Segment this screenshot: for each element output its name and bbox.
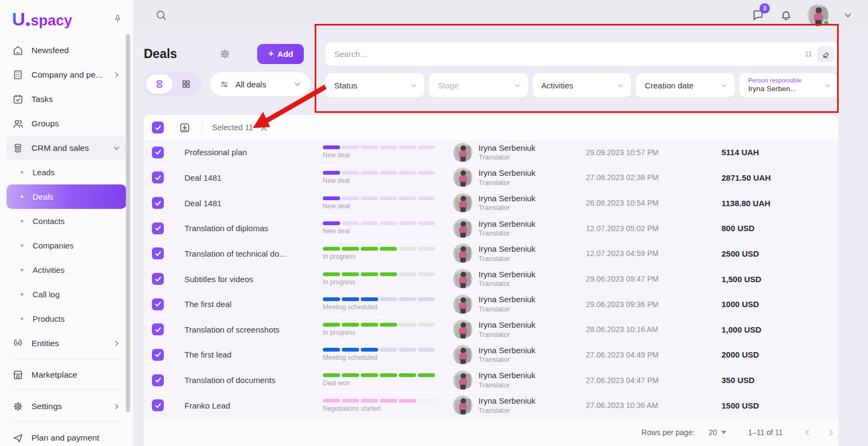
deal-name[interactable]: Translation of diplomas [184,224,323,233]
clear-selection-close-icon[interactable] [260,124,268,132]
stage-segment [380,323,397,327]
responsible-person[interactable]: Iryna Serbeniuk Translator [453,193,586,213]
filter-person-responsible[interactable]: Person responsible Iryna Serben... [739,73,838,97]
responsible-person[interactable]: Iryna Serbeniuk Translator [453,244,586,263]
sidebar-item-deals[interactable]: Deals [7,184,126,209]
table-row[interactable]: Franko Lead Negotiations started [144,393,838,418]
responsible-person[interactable]: Iryna Serbeniuk Translator [453,219,586,238]
row-checkbox[interactable] [152,273,164,285]
deals-view-dropdown[interactable]: All deals [210,72,310,96]
responsible-person[interactable]: Iryna Serbeniuk Translator [453,370,586,390]
avatar [453,193,473,213]
profile-chevron-down-icon[interactable] [843,10,853,20]
deals-search-input[interactable] [334,49,805,59]
table-row[interactable]: Deal 1481 New deal Iryna [144,190,838,216]
deal-name[interactable]: Professional plan [184,148,323,157]
table-row[interactable]: Translation of screenshots In progress [144,317,838,342]
sidebar-item-tasks[interactable]: Tasks [7,87,126,111]
stage-segment [380,272,397,276]
next-page-button[interactable] [826,428,836,437]
sidebar-item-products[interactable]: Products [7,307,126,331]
stage-segment [323,297,340,301]
select-all-checkbox[interactable] [152,122,164,133]
filter-stage[interactable]: Stage [429,73,528,97]
row-checkbox[interactable] [152,222,164,234]
pin-sidebar-icon[interactable] [112,14,123,24]
deal-name[interactable]: Translation of screenshots [184,325,323,334]
responsible-person[interactable]: Iryna Serbeniuk Translator [453,143,586,162]
deal-name[interactable]: Translation of documents [184,375,323,385]
row-checkbox[interactable] [152,323,164,335]
previous-page-button[interactable] [802,428,812,437]
responsible-person[interactable]: Iryna Serbeniuk Translator [453,269,586,289]
responsible-person[interactable]: Iryna Serbeniuk Translator [453,168,586,187]
bell-icon[interactable] [779,8,793,22]
responsible-person[interactable]: Iryna Serbeniuk Translator [453,396,586,415]
sidebar-item-plan-and-payment[interactable]: Plan and payment [7,425,126,446]
rows-per-page-select[interactable]: 20 [709,428,726,437]
sidebar-item-contacts[interactable]: Contacts [7,209,126,233]
table-row[interactable]: The first deal Meeting scheduled [144,292,838,317]
table-row[interactable]: Translation of diplomas New deal [144,216,838,241]
add-deal-button[interactable]: +Add [257,44,304,64]
row-checkbox[interactable] [152,399,164,411]
deal-name[interactable]: Deal 1481 [184,173,323,182]
table-row[interactable]: Translation of technical do... In progre… [144,241,838,267]
sidebar-item-marketplace[interactable]: Marketplace [7,362,126,387]
deal-name[interactable]: Subtitles for videos [184,275,323,284]
row-checkbox[interactable] [152,349,164,361]
stage-segment [399,373,416,377]
clear-search-eraser-icon[interactable] [818,46,834,62]
export-icon[interactable] [178,122,191,134]
sidebar-item-company[interactable]: Company and pe... [7,62,126,87]
uspacy-logo[interactable]: U spacy [12,10,72,28]
sidebar-item-companies[interactable]: Companies [7,233,126,258]
table-row[interactable]: Professional plan New deal [144,140,838,165]
row-checkbox[interactable] [152,247,164,259]
table-row[interactable]: Deal 1481 New deal Iryna [144,165,838,191]
chevron-down-icon [410,81,418,90]
deal-name[interactable]: Deal 1481 [184,199,323,208]
table-row[interactable]: The first lead Meeting scheduled [144,342,838,368]
global-search-icon[interactable] [155,9,168,22]
stage-segment [418,373,435,377]
crm-submenu-item-label: Call log [33,290,60,299]
sidebar-item-label: Marketplace [31,370,121,380]
sidebar-item-leads[interactable]: Leads [7,160,126,184]
page-settings-gear-icon[interactable] [219,48,231,60]
sidebar-scrollbar[interactable] [126,34,130,412]
sidebar-item-newsfeed[interactable]: Newsfeed [7,38,126,62]
table-row[interactable]: Translation of documents Deal won [144,368,838,393]
user-avatar[interactable] [807,4,829,26]
deal-stage: New deal [323,196,453,210]
sidebar-item-activities[interactable]: Activities [7,258,126,282]
sidebar-nav: Newsfeed Company and pe... Tasks Groups … [0,34,133,446]
filter-activities[interactable]: Activities [533,73,631,97]
filter-creation-date[interactable]: Creation date [636,73,735,97]
table-row[interactable]: Subtitles for videos In progress [144,266,838,292]
responsible-person[interactable]: Iryna Serbeniuk Translator [453,320,586,339]
row-checkbox[interactable] [152,298,164,310]
deal-name[interactable]: Franko Lead [184,401,323,410]
person-name: Iryna Serbeniuk [478,143,535,154]
chevron-right-icon [112,339,121,348]
sidebar-item-crm-and-sales[interactable]: CRM and sales [7,136,126,160]
filter-status[interactable]: Status [326,73,424,97]
kanban-view-button[interactable] [173,74,199,94]
sidebar-item-entities[interactable]: Entities [7,331,126,355]
row-checkbox[interactable] [152,146,164,158]
sidebar-item-call-log[interactable]: Call log [7,282,126,307]
list-view-button[interactable] [146,74,173,94]
responsible-person[interactable]: Iryna Serbeniuk Translator [453,345,586,365]
row-checkbox[interactable] [152,197,164,209]
row-checkbox[interactable] [152,171,164,183]
deal-name[interactable]: The first deal [184,300,323,309]
deal-name[interactable]: The first lead [184,350,323,359]
rows-per-page-value: 20 [709,428,717,437]
responsible-person[interactable]: Iryna Serbeniuk Translator [453,294,586,314]
row-checkbox[interactable] [152,374,164,386]
sidebar-item-settings[interactable]: Settings [7,394,126,418]
deal-name[interactable]: Translation of technical do... [184,249,323,258]
sidebar-item-groups[interactable]: Groups [7,111,126,136]
chat-icon[interactable]: 3 [751,8,765,22]
